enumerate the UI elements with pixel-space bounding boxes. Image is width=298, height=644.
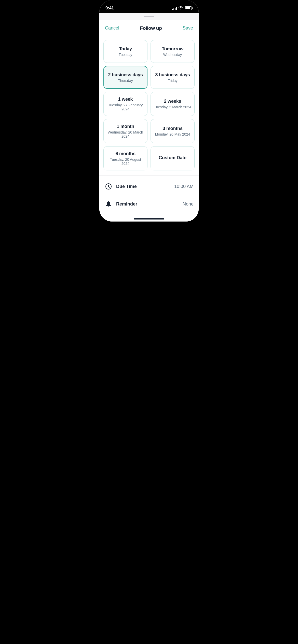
save-button[interactable]: Save <box>183 24 193 32</box>
cancel-button[interactable]: Cancel <box>105 24 119 32</box>
due-time-label: Due Time <box>116 184 137 189</box>
date-option-6m-subtitle: Tuesday, 20 August 2024 <box>107 157 144 166</box>
date-option-2-business-days[interactable]: 2 business days Thursday <box>103 66 147 89</box>
modal-content: Cancel Follow up Save Today Tuesday Tomo… <box>99 20 199 213</box>
reminder-label: Reminder <box>116 201 137 207</box>
home-bar <box>134 218 164 219</box>
date-option-3-months[interactable]: 3 months Monday, 20 May 2024 <box>151 119 195 143</box>
date-option-tomorrow-title: Tomorrow <box>162 46 183 52</box>
settings-section: Due Time 10:00 AM Reminder None <box>99 175 199 213</box>
page-title: Follow up <box>140 25 162 31</box>
due-time-row[interactable]: Due Time 10:00 AM <box>99 178 199 195</box>
date-options-grid: Today Tuesday Tomorrow Wednesday 2 busin… <box>99 36 199 173</box>
due-time-value: 10:00 AM <box>174 184 194 189</box>
date-option-2w-title: 2 weeks <box>164 99 181 104</box>
date-option-6m-title: 6 months <box>115 151 135 156</box>
home-indicator <box>99 213 199 222</box>
date-option-3bd-subtitle: Friday <box>168 79 178 83</box>
status-bar: 9:41 <box>99 0 199 13</box>
date-option-2bd-title: 2 business days <box>108 72 143 78</box>
due-time-left: Due Time <box>104 182 137 191</box>
date-option-today-title: Today <box>119 46 132 52</box>
date-option-tomorrow-subtitle: Wednesday <box>163 53 182 57</box>
header: Cancel Follow up Save <box>99 20 199 36</box>
date-option-1-month[interactable]: 1 month Wednesday, 20 March 2024 <box>103 119 147 143</box>
date-option-2bd-subtitle: Thursday <box>118 79 133 83</box>
reminder-value: None <box>183 201 194 207</box>
date-option-1m-subtitle: Wednesday, 20 March 2024 <box>107 130 144 138</box>
reminder-left: Reminder <box>104 200 137 208</box>
date-option-today[interactable]: Today Tuesday <box>103 40 147 63</box>
date-option-1w-title: 1 week <box>118 97 133 102</box>
signal-icon <box>172 6 177 10</box>
date-option-3m-title: 3 months <box>162 126 182 131</box>
bell-icon <box>104 200 113 208</box>
date-option-3m-subtitle: Monday, 20 May 2024 <box>155 132 190 136</box>
phone-frame: 9:41 <box>99 0 199 222</box>
date-option-tomorrow[interactable]: Tomorrow Wednesday <box>151 40 195 63</box>
date-option-1m-title: 1 month <box>117 124 134 129</box>
date-option-2-weeks[interactable]: 2 weeks Tuesday, 5 March 2024 <box>151 92 195 116</box>
battery-icon <box>185 6 193 10</box>
sheet-handle <box>144 16 154 17</box>
date-option-custom-title: Custom Date <box>159 155 186 160</box>
status-time: 9:41 <box>105 6 114 11</box>
date-option-2w-subtitle: Tuesday, 5 March 2024 <box>154 105 191 109</box>
sheet-handle-area <box>99 13 199 20</box>
reminder-row[interactable]: Reminder None <box>99 195 199 213</box>
date-option-1-week[interactable]: 1 week Tuesday, 27 February 2024 <box>103 92 147 116</box>
date-option-today-subtitle: Tuesday <box>119 53 132 57</box>
clock-icon <box>104 182 113 191</box>
date-option-3bd-title: 3 business days <box>155 72 190 78</box>
date-option-1w-subtitle: Tuesday, 27 February 2024 <box>107 103 144 111</box>
date-option-custom-date[interactable]: Custom Date <box>151 146 195 170</box>
wifi-icon <box>179 6 183 10</box>
date-option-3-business-days[interactable]: 3 business days Friday <box>151 66 195 89</box>
date-option-6-months[interactable]: 6 months Tuesday, 20 August 2024 <box>103 146 147 170</box>
status-icons <box>172 6 193 10</box>
